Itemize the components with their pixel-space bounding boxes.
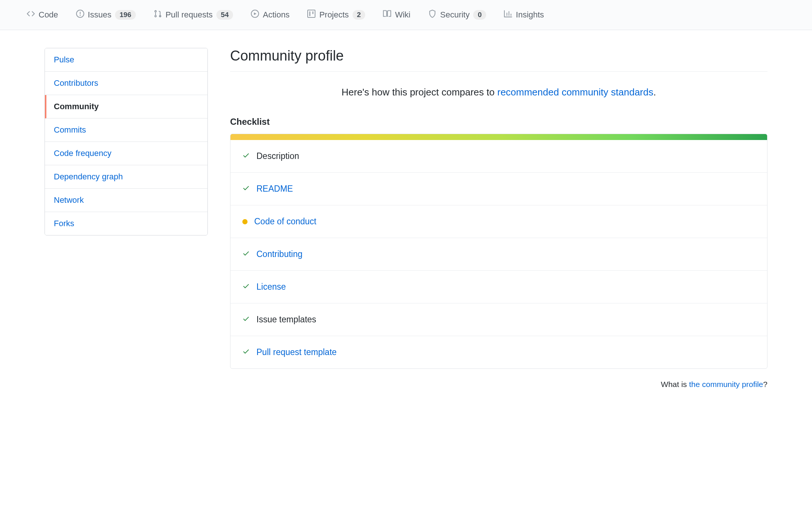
checklist-label[interactable]: Contributing	[256, 249, 302, 259]
footer-prefix: What is	[661, 380, 689, 388]
check-icon	[242, 315, 250, 325]
tab-insights[interactable]: Insights	[495, 0, 553, 30]
check-icon	[242, 184, 250, 194]
community-standards-link[interactable]: recommended community standards	[497, 87, 654, 98]
sidebar-item-dependency-graph[interactable]: Dependency graph	[45, 165, 207, 189]
check-icon	[242, 249, 250, 259]
issue-icon	[76, 10, 84, 20]
sidebar-item-label: Community	[54, 102, 99, 111]
code-icon	[27, 10, 35, 20]
tab-count: 0	[473, 10, 486, 20]
tab-label: Actions	[263, 10, 289, 20]
check-icon	[242, 347, 250, 357]
tab-label: Security	[440, 10, 469, 20]
checklist-label[interactable]: README	[256, 184, 293, 194]
tab-security[interactable]: Security 0	[419, 0, 495, 30]
shield-icon	[428, 10, 436, 20]
check-icon	[242, 151, 250, 161]
checklist-label: Issue templates	[256, 315, 316, 325]
tab-actions[interactable]: Actions	[242, 0, 298, 30]
tab-label: Projects	[319, 10, 348, 20]
sidebar-item-label: Dependency graph	[54, 172, 123, 181]
checklist-label[interactable]: Code of conduct	[254, 217, 317, 227]
checklist-row-pr-template: Pull request template	[230, 336, 767, 368]
sidebar-item-pulse[interactable]: Pulse	[45, 48, 207, 72]
checklist-label[interactable]: License	[256, 282, 286, 292]
tab-issues[interactable]: Issues 196	[67, 0, 145, 30]
play-icon	[251, 10, 259, 20]
sidebar-item-commits[interactable]: Commits	[45, 118, 207, 142]
checklist-card: Description README Code of conduct Contr…	[230, 134, 767, 369]
sidebar-item-community[interactable]: Community	[45, 95, 207, 118]
sidebar-list: Pulse Contributors Community Commits Cod…	[45, 48, 208, 235]
tab-label: Pull requests	[166, 10, 213, 20]
checklist-row-issue-templates: Issue templates	[230, 303, 767, 336]
checklist-row-readme: README	[230, 173, 767, 205]
book-icon	[383, 10, 391, 20]
page-title: Community profile	[230, 48, 767, 72]
sidebar-item-label: Forks	[54, 219, 74, 228]
footer-suffix: ?	[763, 380, 767, 388]
page-container: Pulse Contributors Community Commits Cod…	[0, 30, 812, 404]
checklist-row-description: Description	[230, 140, 767, 173]
tab-label: Issues	[88, 10, 112, 20]
subtitle: Here's how this project compares to reco…	[230, 87, 767, 98]
repo-tabs: Code Issues 196 Pull requests 54 Actions	[0, 0, 812, 30]
sidebar-item-label: Commits	[54, 125, 86, 134]
tab-label: Wiki	[395, 10, 410, 20]
repo-tabs-inner: Code Issues 196 Pull requests 54 Actions	[0, 0, 812, 30]
git-pull-request-icon	[154, 10, 162, 20]
project-icon	[307, 10, 315, 20]
checklist-row-code-of-conduct: Code of conduct	[230, 205, 767, 238]
main-content: Community profile Here's how this projec…	[230, 48, 767, 389]
subtitle-prefix: Here's how this project compares to	[341, 87, 497, 98]
sidebar-item-label: Pulse	[54, 55, 74, 64]
graph-icon	[504, 10, 512, 20]
checklist-heading: Checklist	[230, 117, 767, 127]
tab-count: 2	[353, 10, 366, 20]
checklist-row-contributing: Contributing	[230, 238, 767, 271]
tab-label: Code	[39, 10, 58, 20]
progress-bar	[230, 134, 767, 140]
tab-pull-requests[interactable]: Pull requests 54	[145, 0, 242, 30]
checklist-label[interactable]: Pull request template	[256, 347, 337, 357]
sidebar-item-contributors[interactable]: Contributors	[45, 72, 207, 95]
tab-projects[interactable]: Projects 2	[298, 0, 374, 30]
sidebar-item-label: Code frequency	[54, 149, 111, 158]
dot-icon	[242, 219, 248, 224]
footer-note: What is the community profile?	[230, 380, 767, 389]
sidebar-item-code-frequency[interactable]: Code frequency	[45, 142, 207, 165]
insights-sidebar: Pulse Contributors Community Commits Cod…	[45, 48, 208, 389]
checklist-label: Description	[256, 151, 299, 161]
sidebar-item-forks[interactable]: Forks	[45, 212, 207, 235]
check-icon	[242, 282, 250, 292]
tab-code[interactable]: Code	[18, 0, 67, 30]
tab-label: Insights	[516, 10, 544, 20]
sidebar-item-label: Contributors	[54, 78, 98, 88]
tab-count: 54	[216, 10, 233, 20]
checklist-row-license: License	[230, 271, 767, 303]
sidebar-item-label: Network	[54, 195, 84, 205]
sidebar-item-network[interactable]: Network	[45, 189, 207, 212]
tab-count: 196	[115, 10, 136, 20]
subtitle-suffix: .	[654, 87, 656, 98]
tab-wiki[interactable]: Wiki	[374, 0, 419, 30]
community-profile-help-link[interactable]: the community profile	[689, 380, 763, 388]
